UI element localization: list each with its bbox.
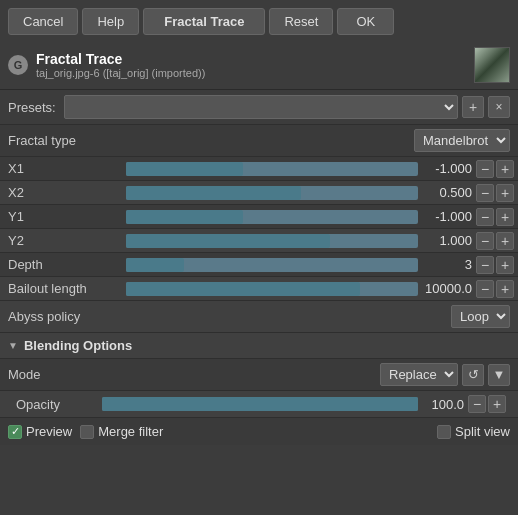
cancel-button[interactable]: Cancel bbox=[8, 8, 78, 35]
y1-value: -1.000 bbox=[424, 209, 476, 224]
depth-plus-button[interactable]: + bbox=[496, 256, 514, 274]
split-view-label: Split view bbox=[455, 424, 510, 439]
x1-track[interactable] bbox=[126, 162, 418, 176]
y2-label: Y2 bbox=[0, 229, 120, 252]
opacity-value: 100.0 bbox=[424, 397, 468, 412]
x2-minus-button[interactable]: − bbox=[476, 184, 494, 202]
split-view-check-icon bbox=[437, 425, 451, 439]
mode-label: Mode bbox=[8, 367, 88, 382]
fractal-type-label: Fractal type bbox=[8, 133, 76, 148]
y1-track[interactable] bbox=[126, 210, 418, 224]
ok-button[interactable]: OK bbox=[337, 8, 394, 35]
x1-label: X1 bbox=[0, 157, 120, 180]
split-view-checkbox-group[interactable]: Split view bbox=[437, 424, 510, 439]
help-button[interactable]: Help bbox=[82, 8, 139, 35]
blending-title: Blending Options bbox=[24, 338, 132, 353]
opacity-track[interactable] bbox=[102, 397, 418, 411]
y2-minus-button[interactable]: − bbox=[476, 232, 494, 250]
plugin-title-block: Fractal Trace taj_orig.jpg-6 ([taj_orig]… bbox=[36, 51, 474, 79]
mode-select[interactable]: Replace bbox=[380, 363, 458, 386]
y2-row: Y2 1.000 − + bbox=[0, 228, 518, 252]
merge-filter-label: Merge filter bbox=[98, 424, 163, 439]
preset-add-button[interactable]: + bbox=[462, 96, 484, 118]
reset-button[interactable]: Reset bbox=[269, 8, 333, 35]
bailout-controls: − + bbox=[476, 280, 514, 298]
plugin-source: taj_orig.jpg-6 ([taj_orig] (imported)) bbox=[36, 67, 474, 79]
merge-filter-check-icon bbox=[80, 425, 94, 439]
preview-checkbox-group[interactable]: ✓ Preview bbox=[8, 424, 72, 439]
bailout-minus-button[interactable]: − bbox=[476, 280, 494, 298]
preview-row: ✓ Preview Merge filter Split view bbox=[0, 417, 518, 445]
preview-check-icon: ✓ bbox=[8, 425, 22, 439]
y1-minus-button[interactable]: − bbox=[476, 208, 494, 226]
abyss-select[interactable]: Loop bbox=[451, 305, 510, 328]
x1-controls: − + bbox=[476, 160, 514, 178]
x2-controls: − + bbox=[476, 184, 514, 202]
x1-row: X1 -1.000 − + bbox=[0, 156, 518, 180]
opacity-controls: − + bbox=[468, 395, 506, 413]
preset-remove-button[interactable]: × bbox=[488, 96, 510, 118]
bailout-plus-button[interactable]: + bbox=[496, 280, 514, 298]
x2-value: 0.500 bbox=[424, 185, 476, 200]
opacity-label: Opacity bbox=[16, 397, 96, 412]
opacity-plus-button[interactable]: + bbox=[488, 395, 506, 413]
blending-header[interactable]: ▼ Blending Options bbox=[0, 332, 518, 358]
opacity-row: Opacity 100.0 − + bbox=[0, 390, 518, 417]
y2-controls: − + bbox=[476, 232, 514, 250]
merge-filter-checkbox-group[interactable]: Merge filter bbox=[80, 424, 163, 439]
abyss-row: Abyss policy Loop bbox=[0, 300, 518, 332]
fractal-trace-title-button[interactable]: Fractal Trace bbox=[143, 8, 265, 35]
mode-row: Mode Replace ↺ ▼ bbox=[0, 358, 518, 390]
presets-label: Presets: bbox=[8, 100, 56, 115]
y1-label: Y1 bbox=[0, 205, 120, 228]
abyss-label: Abyss policy bbox=[8, 309, 80, 324]
depth-controls: − + bbox=[476, 256, 514, 274]
x2-row: X2 0.500 − + bbox=[0, 180, 518, 204]
fractal-type-row: Fractal type Mandelbrot bbox=[0, 124, 518, 156]
bailout-track[interactable] bbox=[126, 282, 418, 296]
y1-controls: − + bbox=[476, 208, 514, 226]
presets-select[interactable] bbox=[64, 95, 458, 119]
presets-row: Presets: + × bbox=[0, 90, 518, 124]
preview-label: Preview bbox=[26, 424, 72, 439]
y2-track[interactable] bbox=[126, 234, 418, 248]
depth-track[interactable] bbox=[126, 258, 418, 272]
x1-value: -1.000 bbox=[424, 161, 476, 176]
y1-plus-button[interactable]: + bbox=[496, 208, 514, 226]
y1-row: Y1 -1.000 − + bbox=[0, 204, 518, 228]
bailout-label: Bailout length bbox=[0, 277, 120, 300]
y2-value: 1.000 bbox=[424, 233, 476, 248]
plugin-header: G Fractal Trace taj_orig.jpg-6 ([taj_ori… bbox=[0, 41, 518, 90]
plugin-icon-g: G bbox=[8, 55, 28, 75]
opacity-minus-button[interactable]: − bbox=[468, 395, 486, 413]
x1-plus-button[interactable]: + bbox=[496, 160, 514, 178]
mode-reset-button[interactable]: ↺ bbox=[462, 364, 484, 386]
blending-chevron-icon: ▼ bbox=[8, 340, 18, 351]
x2-plus-button[interactable]: + bbox=[496, 184, 514, 202]
depth-row: Depth 3 − + bbox=[0, 252, 518, 276]
bailout-row: Bailout length 10000.0 − + bbox=[0, 276, 518, 300]
mode-extra-button[interactable]: ▼ bbox=[488, 364, 510, 386]
x2-track[interactable] bbox=[126, 186, 418, 200]
depth-label: Depth bbox=[0, 253, 120, 276]
plugin-thumbnail bbox=[474, 47, 510, 83]
mode-right: Replace ↺ ▼ bbox=[380, 363, 510, 386]
depth-minus-button[interactable]: − bbox=[476, 256, 494, 274]
plugin-name: Fractal Trace bbox=[36, 51, 474, 67]
x1-minus-button[interactable]: − bbox=[476, 160, 494, 178]
depth-value: 3 bbox=[424, 257, 476, 272]
toolbar: Cancel Help Fractal Trace Reset OK bbox=[0, 0, 518, 41]
bailout-value: 10000.0 bbox=[424, 281, 476, 296]
x2-label: X2 bbox=[0, 181, 120, 204]
fractal-type-select[interactable]: Mandelbrot bbox=[414, 129, 510, 152]
y2-plus-button[interactable]: + bbox=[496, 232, 514, 250]
